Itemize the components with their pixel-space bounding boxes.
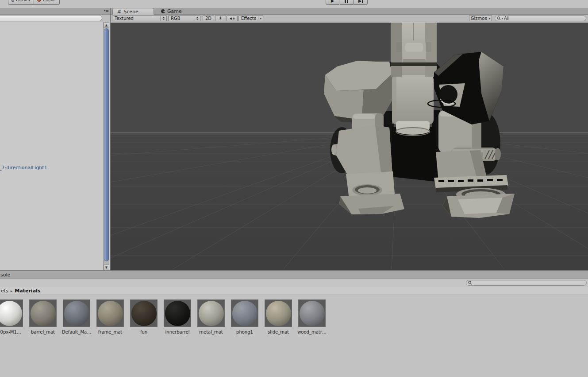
material-thumbnail[interactable] [63,299,90,327]
material-item[interactable]: phong1 [231,299,258,334]
play-icon: ▶ [331,0,334,3]
scene-tabstrip: # Scene Game [111,8,588,15]
material-label: barrel_mat [31,330,55,334]
search-icon [468,281,472,285]
material-item[interactable]: barrel_mat [29,299,57,334]
step-button[interactable]: ▶ [354,0,368,5]
panel-menu-icon[interactable]: ▾≡ [104,9,109,13]
material-label: metal_mat [199,330,223,334]
pause-button[interactable] [340,0,354,5]
breadcrumb: ets ▸ Materials [0,287,588,295]
material-item[interactable]: Default_Ma… [63,299,90,334]
render-mode-dropdown[interactable]: RGB [168,16,200,21]
effects-dropdown[interactable]: Effects ▾ [238,16,263,21]
material-label: innerbarrel [165,330,190,334]
popup-arrows-icon [194,16,199,21]
material-thumbnail[interactable] [231,299,258,327]
chevron-down-icon: ▾ [489,17,491,20]
material-sphere-preview [199,301,224,326]
effects-label: Effects [241,16,256,21]
scene-3d-render [111,23,588,270]
material-label: slide_mat [268,330,289,334]
tab-game-label: Game [167,8,182,14]
scene-grid-icon: # [117,9,121,15]
material-sphere-preview [64,301,89,326]
material-thumbnail[interactable] [298,299,326,327]
game-pacman-icon [161,9,165,13]
scene-search-input[interactable]: ▾ All [495,16,586,21]
scene-viewport[interactable] [111,23,588,270]
material-label: fun [140,330,147,334]
sun-icon: ☀ [219,16,223,21]
material-thumbnail[interactable] [265,299,292,327]
material-thumbnail[interactable] [130,299,158,327]
audio-toggle-button[interactable] [227,16,238,21]
tab-console[interactable]: sole [0,272,10,278]
2d-toggle-button[interactable]: 2D [203,16,214,21]
material-thumbnail[interactable] [164,299,191,327]
center-pivot-button[interactable]: Center [8,0,34,5]
material-sphere-preview [232,301,257,326]
project-search-input[interactable] [466,280,587,286]
material-sphere-preview [165,301,190,326]
speaker-icon [230,16,235,21]
material-sphere-preview [266,301,291,326]
popup-arrows-icon [160,16,165,21]
step-icon: ▶ [358,0,363,3]
local-rotation-button[interactable]: Local [34,0,60,5]
material-thumbnail[interactable] [96,299,124,327]
chevron-down-icon: ▾ [258,16,263,21]
material-item[interactable]: innerbarrel [164,299,191,334]
hierarchy-search-row [0,15,110,22]
hierarchy-item-directional-light[interactable]: _7:directionalLight1 [0,165,47,171]
unity-editor-window: Center Local ▶ ▶ ▾≡ _7:directionalLight1… [0,0,588,377]
lighting-toggle-button[interactable]: ☀ [215,16,226,21]
scene-view-panel: # Scene Game Textured RGB 2D ☀ [111,8,588,269]
local-rotation-label: Local [43,0,54,2]
material-item[interactable]: frame_mat [96,299,124,334]
materials-grid: 00px-M1… barrel_mat Default_Ma… frame_ma… [0,299,326,334]
tab-scene[interactable]: # Scene [112,8,154,15]
search-icon [497,16,501,20]
hierarchy-search-input[interactable] [0,15,102,21]
project-toolbar [0,279,588,287]
breadcrumb-parent[interactable]: ets [1,288,8,294]
project-console-area: sole ets ▸ Materials 00px-M1… barrel_ [0,270,588,377]
material-label: frame_mat [98,330,122,334]
material-label: phong1 [236,330,253,334]
render-mode-value: RGB [171,16,181,21]
scroll-up-arrow-icon[interactable]: ▲ [104,22,109,28]
material-label: wood_matr… [297,330,327,334]
scroll-down-arrow-icon[interactable]: ▼ [104,264,109,270]
breadcrumb-arrow-icon: ▸ [11,289,13,293]
breadcrumb-current[interactable]: Materials [15,288,40,294]
material-item[interactable]: slide_mat [265,299,292,334]
draw-mode-value: Textured [115,16,134,21]
material-item[interactable]: 00px-M1… [0,299,23,334]
material-item[interactable]: wood_matr… [298,299,326,334]
material-thumbnail[interactable] [197,299,225,327]
hierarchy-tabstrip: ▾≡ [0,8,110,15]
draw-mode-dropdown[interactable]: Textured [112,16,167,21]
play-button[interactable]: ▶ [326,0,339,5]
2d-toggle-label: 2D [205,16,211,21]
scene-toolbar: Textured RGB 2D ☀ Effects [111,15,588,22]
material-sphere-preview [131,301,157,326]
material-label: Default_Ma… [62,330,91,334]
hierarchy-list[interactable]: _7:directionalLight1 [0,22,103,270]
material-item[interactable]: fun [130,299,158,334]
main-toolbar: Center Local ▶ ▶ [0,0,588,8]
gizmos-dropdown[interactable]: Gizmos ▾ [469,16,492,21]
scrollbar-thumb[interactable] [104,28,109,261]
console-tabstrip: sole [0,270,588,279]
material-item[interactable]: metal_mat [197,299,225,334]
material-thumbnail[interactable] [29,299,57,327]
material-thumbnail[interactable] [0,299,23,327]
tab-game[interactable]: Game [157,8,186,15]
material-label: 00px-M1… [0,330,21,334]
hierarchy-scrollbar[interactable]: ▲ ▼ [103,22,109,270]
hierarchy-panel: ▾≡ _7:directionalLight1 ▲ ▼ [0,8,110,270]
pivot-icon [12,0,14,2]
chevron-down-icon: ▾ [502,17,503,20]
pause-icon [345,0,348,3]
